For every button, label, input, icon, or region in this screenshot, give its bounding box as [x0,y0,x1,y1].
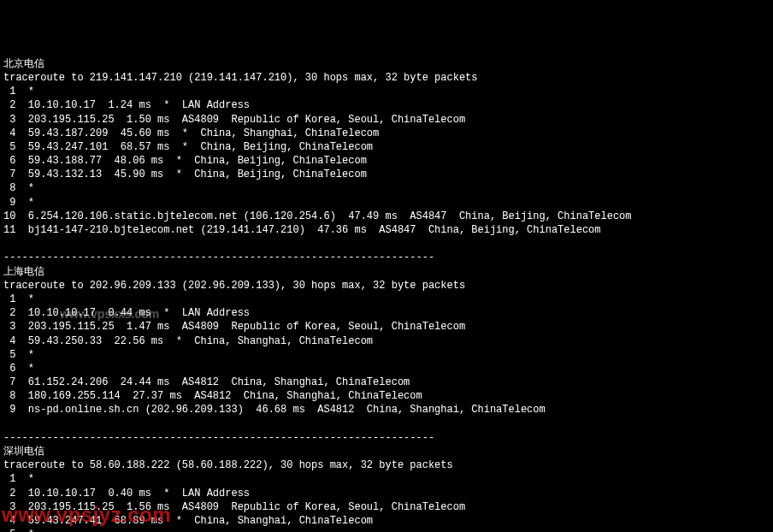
traceroute-hop: 1 * [3,472,770,486]
traceroute-hop: 8 * [3,181,770,195]
section-title: 北京电信 [3,57,770,71]
traceroute-hop: 3 203.195.115.25 1.50 ms AS4809 Republic… [3,113,770,127]
traceroute-hop: 1 * [3,293,770,306]
traceroute-hop: 4 59.43.187.209 45.60 ms * China, Shangh… [3,127,770,140]
traceroute-hop: 2 10.10.10.17 0.40 ms * LAN Address [3,487,770,500]
traceroute-hop: 5 * [3,348,770,362]
traceroute-hop: 7 61.152.24.206 24.44 ms AS4812 China, S… [3,375,770,389]
blank-line [3,237,770,251]
traceroute-hop: 5 * [3,528,770,532]
traceroute-hop: 4 59.43.247.41 68.89 ms * China, Shangha… [3,514,770,528]
traceroute-header: traceroute to 202.96.209.133 (202.96.209… [3,279,770,293]
traceroute-header: traceroute to 219.141.147.210 (219.141.1… [3,71,770,85]
traceroute-hop: 7 59.43.132.13 45.90 ms * China, Beijing… [3,168,770,181]
traceroute-hop: 9 * [3,196,770,210]
traceroute-header: traceroute to 58.60.188.222 (58.60.188.2… [3,458,770,472]
traceroute-hop: 5 59.43.247.101 68.57 ms * China, Beijin… [3,140,770,154]
traceroute-hop: 2 10.10.10.17 0.44 ms * LAN Address [3,306,770,320]
traceroute-hop: 1 * [3,85,770,98]
traceroute-hop: 6 * [3,362,770,375]
traceroute-hop: 4 59.43.250.33 22.56 ms * China, Shangha… [3,334,770,348]
separator: ----------------------------------------… [3,251,770,264]
traceroute-hop: 11 bj141-147-210.bjtelecom.net (219.141.… [3,223,770,237]
traceroute-hop: 3 203.195.115.25 1.47 ms AS4809 Republic… [3,320,770,334]
section-title: 上海电信 [3,265,770,279]
terminal-output: 北京电信traceroute to 219.141.147.210 (219.1… [3,57,770,532]
traceroute-hop: 8 180.169.255.114 27.37 ms AS4812 China,… [3,389,770,403]
traceroute-hop: 6 59.43.188.77 48.06 ms * China, Beijing… [3,154,770,168]
traceroute-hop: 10 6.254.120.106.static.bjtelecom.net (1… [3,210,770,223]
traceroute-hop: 9 ns-pd.online.sh.cn (202.96.209.133) 46… [3,403,770,417]
traceroute-hop: 3 203.195.115.25 1.56 ms AS4809 Republic… [3,500,770,514]
section-title: 深圳电信 [3,445,770,458]
traceroute-hop: 2 10.10.10.17 1.24 ms * LAN Address [3,98,770,112]
blank-line [3,417,770,431]
separator: ----------------------------------------… [3,431,770,445]
